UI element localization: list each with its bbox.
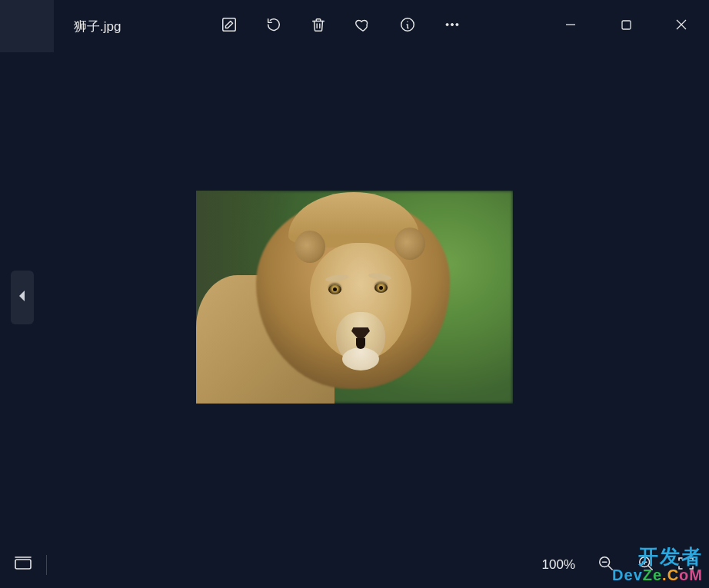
zoom-out-icon: [597, 555, 614, 575]
zoom-percentage[interactable]: 100%: [542, 557, 575, 573]
rotate-icon: [265, 16, 282, 36]
svg-rect-8: [15, 560, 31, 569]
file-name: 狮子.jpg: [74, 18, 212, 35]
favorite-button[interactable]: [354, 17, 372, 35]
rotate-button[interactable]: [265, 17, 283, 35]
lion-eye-right: [374, 283, 388, 293]
trash-icon: [310, 16, 327, 36]
close-button[interactable]: [654, 8, 709, 45]
previous-button[interactable]: [11, 271, 34, 324]
lion-mouth: [356, 338, 365, 349]
filmstrip-icon: [14, 556, 32, 574]
maximize-button[interactable]: [598, 8, 654, 45]
photo-icon: [17, 15, 37, 38]
svg-point-4: [446, 23, 448, 25]
more-button[interactable]: [443, 17, 461, 35]
svg-rect-7: [622, 21, 631, 29]
zoom-in-button[interactable]: [637, 556, 655, 574]
delete-button[interactable]: [309, 17, 328, 35]
maximize-icon: [621, 19, 631, 33]
close-icon: [676, 19, 687, 33]
lion-eye-left: [328, 284, 341, 294]
fit-window-icon: [677, 555, 695, 575]
lion-ear-left: [295, 231, 325, 263]
svg-point-1: [23, 21, 26, 24]
minimize-icon: [565, 19, 576, 33]
svg-point-6: [456, 23, 458, 25]
toolbar: [220, 17, 461, 35]
lion-chin: [342, 347, 379, 370]
title-bar: 狮子.jpg: [0, 0, 709, 52]
edit-icon: [221, 16, 238, 36]
lion-ear-right: [394, 228, 425, 260]
edit-button[interactable]: [220, 17, 238, 35]
image-canvas[interactable]: [196, 191, 513, 404]
filmstrip-button[interactable]: [14, 556, 32, 574]
svg-rect-2: [223, 18, 236, 32]
viewer-area: [0, 52, 709, 542]
zoom-out-button[interactable]: [597, 556, 615, 574]
chevron-left-icon: [18, 290, 27, 305]
divider: [46, 555, 47, 575]
fit-window-button[interactable]: [677, 556, 695, 574]
info-icon: [399, 16, 416, 36]
app-icon-button[interactable]: [0, 0, 54, 52]
zoom-in-icon: [637, 555, 654, 575]
svg-point-5: [451, 23, 453, 25]
info-button[interactable]: [398, 17, 417, 35]
window-controls: [543, 8, 709, 45]
heart-icon: [354, 16, 371, 36]
bottom-bar: 100%: [0, 542, 709, 588]
more-icon: [444, 16, 461, 36]
minimize-button[interactable]: [543, 8, 598, 45]
svg-rect-0: [19, 17, 35, 32]
